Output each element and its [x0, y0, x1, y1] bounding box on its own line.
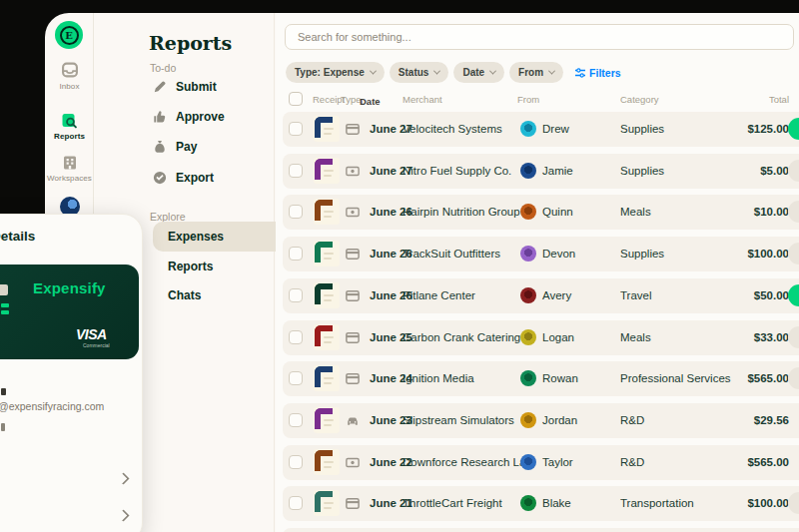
status-action-button[interactable]: [788, 367, 799, 389]
total-cell: $125.00: [747, 123, 789, 135]
expense-type-icon: [346, 248, 360, 261]
merchant-cell: Downforce Research Lab: [402, 456, 532, 468]
page-title: Reports: [149, 32, 232, 54]
from-avatar: [520, 370, 536, 386]
table-row[interactable]: June 24 Ignition Media Rowan Professiona…: [283, 361, 799, 396]
total-cell: $565.00: [747, 372, 789, 384]
category-cell: Supplies: [620, 123, 664, 135]
row-checkbox[interactable]: [289, 205, 303, 219]
table-row[interactable]: June 26 Hairpin Nutrition Group Quinn Me…: [283, 195, 799, 230]
expense-type-icon: [346, 372, 360, 385]
chevron-right-icon[interactable]: [117, 472, 130, 485]
receipt-thumbnail[interactable]: [314, 158, 340, 184]
from-avatar: [520, 287, 536, 303]
from-avatar: [520, 121, 536, 137]
expense-type-icon: [346, 289, 360, 302]
nav-item-label: Submit: [176, 80, 217, 94]
expense-type-icon: [346, 497, 360, 510]
status-action-button[interactable]: [788, 201, 799, 223]
main-content: Type: Expense Status Date From: [276, 13, 799, 532]
nav-item-export[interactable]: Export: [153, 165, 214, 191]
status-action-button[interactable]: [788, 492, 799, 514]
row-checkbox[interactable]: [289, 164, 303, 178]
cardholder-email: @expensifyracing.com: [0, 400, 104, 412]
visa-subtitle: Commercial: [83, 342, 110, 348]
table-row[interactable]: June 25 Carbon Crank Catering Logan Meal…: [283, 320, 799, 355]
sidebar-item-label: Workspaces: [47, 174, 92, 183]
total-cell: $100.00: [747, 497, 789, 509]
total-cell: $50.00: [754, 289, 789, 301]
category-cell: Meals: [620, 206, 651, 218]
status-action-button[interactable]: [788, 326, 799, 348]
total-cell: $29.56: [754, 414, 789, 426]
receipt-thumbnail[interactable]: [314, 449, 340, 475]
expense-type-icon: [346, 456, 360, 469]
from-cell: Avery: [542, 289, 571, 301]
status-action-button[interactable]: [788, 160, 799, 182]
table-row[interactable]: June 26 TrackSuit Outfitters Devon Suppl…: [283, 237, 799, 271]
nav-item-approve[interactable]: Approve: [153, 104, 225, 130]
table-body: June 27 Velocitech Systems Drew Supplies…: [283, 13, 799, 532]
from-cell: Quinn: [542, 206, 573, 218]
category-cell: R&D: [620, 456, 644, 468]
row-checkbox[interactable]: [289, 330, 303, 344]
table-row[interactable]: June 21 ThrottleCart Freight Blake Trans…: [283, 486, 799, 521]
row-checkbox[interactable]: [289, 288, 303, 302]
total-cell: $10.00: [754, 206, 789, 218]
sidebar-item-inbox[interactable]: Inbox: [45, 62, 94, 91]
receipt-thumbnail[interactable]: [314, 324, 340, 350]
nav-item-label: Pay: [176, 140, 197, 154]
from-cell: Devon: [542, 248, 575, 260]
receipt-thumbnail[interactable]: [314, 282, 340, 308]
table-row[interactable]: June 27 Velocitech Systems Drew Supplies…: [283, 112, 799, 147]
table-row[interactable]: June 23 Slipstream Simulators Jordan R&D…: [283, 403, 799, 438]
receipt-thumbnail[interactable]: [314, 116, 340, 142]
merchant-cell: Velocitech Systems: [402, 123, 502, 135]
card-details-panel: Details Expensify VISA Commercial @expen…: [0, 214, 143, 532]
sidebar-item-label: Reports: [54, 132, 85, 141]
row-checkbox[interactable]: [289, 122, 303, 136]
row-checkbox[interactable]: [289, 247, 303, 261]
from-cell: Logan: [542, 331, 574, 343]
row-checkbox[interactable]: [289, 455, 303, 469]
workspaces-icon: [62, 155, 78, 171]
receipt-thumbnail[interactable]: [314, 365, 340, 391]
expense-type-icon: [346, 206, 360, 219]
table-row[interactable]: June 22 Downforce Research Lab Taylor R&…: [283, 445, 799, 480]
status-action-button[interactable]: [788, 118, 799, 140]
row-checkbox[interactable]: [289, 496, 303, 510]
panel-title: Details: [0, 229, 35, 244]
nav-item-submit[interactable]: Submit: [153, 74, 217, 100]
status-action-button[interactable]: [788, 243, 799, 265]
table-row[interactable]: June 26 Pitlane Center Avery Travel $50.…: [283, 278, 799, 313]
nav-item-pay[interactable]: Pay: [153, 134, 197, 160]
from-cell: Blake: [542, 497, 571, 509]
expense-type-icon: [346, 123, 360, 136]
from-avatar: [520, 329, 536, 345]
sidebar-item-reports[interactable]: Reports: [45, 113, 94, 141]
category-cell: Transportation: [620, 497, 694, 509]
category-cell: R&D: [620, 414, 644, 426]
inbox-icon: [61, 62, 79, 79]
receipt-thumbnail[interactable]: [314, 490, 340, 516]
sidebar-item-workspaces[interactable]: Workspaces: [45, 155, 94, 183]
status-action-button[interactable]: [788, 284, 799, 306]
row-checkbox[interactable]: [289, 371, 303, 385]
receipt-thumbnail[interactable]: [314, 407, 340, 433]
chevron-right-icon[interactable]: [117, 509, 130, 522]
merchant-cell: Hairpin Nutrition Group: [402, 206, 520, 218]
merchant-cell: Nitro Fuel Supply Co.: [402, 165, 511, 177]
category-cell: Travel: [620, 289, 652, 301]
merchant-cell: Slipstream Simulators: [402, 414, 514, 426]
category-cell: Professional Services: [620, 372, 731, 384]
receipt-thumbnail[interactable]: [314, 199, 340, 225]
nav-item-label: Approve: [176, 110, 225, 124]
merchant-cell: TrackSuit Outfitters: [402, 248, 500, 260]
row-checkbox[interactable]: [289, 413, 303, 427]
expensify-logo-icon[interactable]: E: [55, 21, 83, 49]
card-number-fragment: [1, 303, 9, 307]
category-cell: Meals: [620, 331, 651, 343]
table-row[interactable]: June 27 Nitro Fuel Supply Co. Jamie Supp…: [283, 154, 799, 189]
receipt-thumbnail[interactable]: [314, 241, 340, 266]
category-cell: Supplies: [620, 248, 664, 260]
